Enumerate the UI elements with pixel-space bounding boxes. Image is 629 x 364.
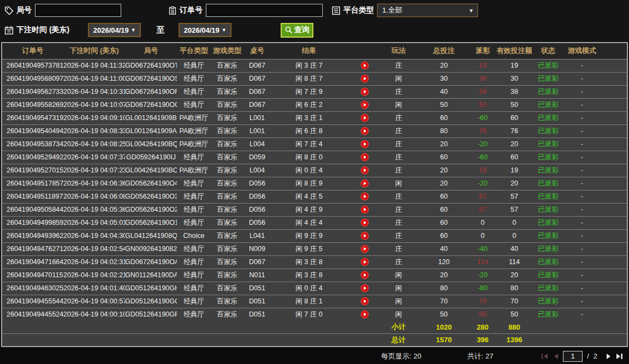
cell-play-type: 庄 <box>382 190 415 203</box>
table-row: 260419049476271 2026-04-19 04:02:54 GN00… <box>2 242 627 255</box>
video-play-icon[interactable] <box>360 310 369 319</box>
cell-bet-time: 2026-04-19 04:07:37 <box>63 151 125 164</box>
cell-total-bet: 80 <box>415 124 473 138</box>
cell-table-no: D059 <box>244 151 271 164</box>
chevron-down-icon: ▼ <box>131 27 136 33</box>
cell-replay <box>347 72 382 85</box>
cell-game-no: GL0412641908Q <box>125 229 177 242</box>
cell-replay <box>347 308 382 321</box>
table-row: 260419049517857 2026-04-19 04:06:36 GD05… <box>2 177 627 190</box>
video-play-icon[interactable] <box>360 179 369 188</box>
last-page-icon[interactable] <box>616 353 624 360</box>
video-play-icon[interactable] <box>360 258 369 266</box>
cell-order-no: 260419049476271 <box>2 242 63 255</box>
query-button[interactable]: 查询 <box>281 23 313 38</box>
cell-game-no: GD051264190GG <box>125 295 177 308</box>
game-no-input[interactable] <box>35 4 121 17</box>
subtotal-payout: 280 <box>473 321 492 333</box>
cell-game-no: GD051264190GF <box>125 308 177 321</box>
cell-payout: 57 <box>473 190 492 203</box>
previous-page-icon[interactable] <box>553 353 559 360</box>
cell-order-no: 260419049499859 <box>2 216 63 229</box>
cell-payout: 57 <box>473 203 492 216</box>
table-row: 260419049499859 2026-04-19 04:05:01 GD05… <box>2 216 627 229</box>
video-play-icon[interactable] <box>360 297 369 306</box>
cell-valid-bet: 19 <box>492 164 536 177</box>
table-row: 260419049527015 2026-04-19 04:07:23 GL00… <box>2 164 627 177</box>
cell-bet-time: 2026-04-19 04:01:40 <box>63 282 125 295</box>
cell-table-no: D051 <box>244 308 271 321</box>
cell-payout: 114 <box>473 255 492 268</box>
cell-order-no: 260419049527015 <box>2 164 63 177</box>
video-play-icon[interactable] <box>360 140 369 148</box>
cell-game-type: 百家乐 <box>211 282 244 295</box>
cell-result: 闲 0 庄 4 <box>271 164 347 177</box>
date-to-picker[interactable]: 2026/04/19 ▼ <box>179 23 232 37</box>
total-count-text: 共计: 27 <box>467 351 494 361</box>
page-number-input[interactable] <box>563 351 583 362</box>
cell-order-no: 260419049517857 <box>2 177 63 190</box>
cell-game-type: 百家乐 <box>211 295 244 308</box>
cell-valid-bet: 38 <box>492 85 536 98</box>
date-from-picker[interactable]: 2026/04/19 ▼ <box>88 23 141 37</box>
video-play-icon[interactable] <box>360 87 369 96</box>
video-play-icon[interactable] <box>360 244 369 253</box>
column-header: 结果 <box>271 43 347 59</box>
cell-valid-bet: 50 <box>492 98 536 111</box>
pagination-bar: 每页显示: 20 共计: 27 / 2 <box>0 347 629 364</box>
total-label: 总计 <box>382 333 415 346</box>
query-button-label: 查询 <box>294 25 310 35</box>
cell-total-bet: 80 <box>415 282 473 295</box>
video-play-icon[interactable] <box>360 166 369 175</box>
cell-play-type: 闲 <box>382 282 415 295</box>
cell-order-no: 260419049558269 <box>2 98 63 111</box>
cell-total-bet: 70 <box>415 295 473 308</box>
video-play-icon[interactable] <box>360 231 369 240</box>
page-separator: / <box>587 352 589 360</box>
cell-bet-time: 2026-04-19 04:10:07 <box>63 98 125 111</box>
cell-total-bet: 20 <box>415 268 473 282</box>
date-to-value: 2026/04/19 <box>184 26 219 34</box>
cell-payout: 76 <box>473 124 492 138</box>
cell-payout: 0 <box>473 216 492 229</box>
cell-table-no: D051 <box>244 282 271 295</box>
cell-game-mode: - <box>560 85 604 98</box>
cell-play-type: 闲 <box>382 308 415 321</box>
video-play-icon[interactable] <box>360 100 369 109</box>
cell-bet-time: 2026-04-19 04:08:25 <box>63 138 125 151</box>
cell-table-no: N011 <box>244 268 271 282</box>
video-play-icon[interactable] <box>360 74 369 83</box>
cell-replay <box>347 151 382 164</box>
column-header: 下注时间 (美东) <box>63 43 125 59</box>
video-play-icon[interactable] <box>360 218 369 227</box>
video-play-icon[interactable] <box>360 153 369 162</box>
cell-order-no: 260419049538734 <box>2 138 63 151</box>
order-no-input[interactable] <box>206 4 323 17</box>
to-label: 至 <box>156 25 164 35</box>
cell-result: 闲 8 庄 0 <box>271 151 347 164</box>
video-play-icon[interactable] <box>360 271 369 279</box>
video-play-icon[interactable] <box>360 61 369 70</box>
first-page-icon[interactable] <box>541 353 549 360</box>
video-play-icon[interactable] <box>360 205 369 214</box>
video-play-icon[interactable] <box>360 114 369 122</box>
cell-game-no: GD067264190OR <box>125 85 177 98</box>
platform-select[interactable]: 1.全部 ▼ <box>377 4 478 17</box>
cell-total-bet: 40 <box>415 85 473 98</box>
cell-game-type: 百家乐 <box>211 85 244 98</box>
cell-bet-time: 2026-04-19 04:08:33 <box>63 124 125 138</box>
cell-replay <box>347 216 382 229</box>
video-play-icon[interactable] <box>360 284 369 293</box>
cell-table-no: D067 <box>244 98 271 111</box>
cell-game-no: GL004264190BO <box>125 164 177 177</box>
cell-bet-time: 2026-04-19 04:07:23 <box>63 164 125 177</box>
video-play-icon[interactable] <box>360 192 369 201</box>
cell-table-no: D056 <box>244 216 271 229</box>
cell-bet-time: 2026-04-19 04:11:32 <box>63 59 125 72</box>
cell-replay <box>347 203 382 216</box>
status-badge: 已派彩 <box>536 164 560 177</box>
cell-replay <box>347 255 382 268</box>
video-play-icon[interactable] <box>360 127 369 135</box>
column-header: 玩法 <box>382 43 415 59</box>
next-page-icon[interactable] <box>606 353 612 360</box>
